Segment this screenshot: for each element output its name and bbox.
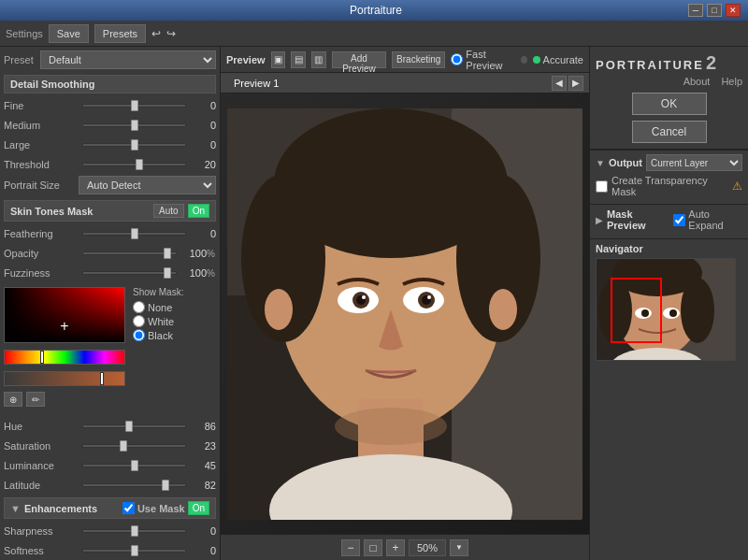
color-picker-area: + ⊕ ✏ Show Mask: <box>4 287 216 412</box>
preview-nav: ◀ ▶ <box>552 76 583 91</box>
preview-tab-1[interactable]: Preview 1 <box>226 78 286 89</box>
close-button[interactable]: ✕ <box>726 4 741 17</box>
enh-toggle[interactable]: ▼ <box>10 503 21 514</box>
eyedropper-icon[interactable]: ⊕ <box>4 392 22 407</box>
about-link[interactable]: About <box>683 76 711 87</box>
latitude-slider[interactable] <box>82 480 186 491</box>
color-gradient[interactable]: + <box>4 287 125 343</box>
save-button[interactable]: Save <box>49 24 89 43</box>
minimize-button[interactable]: ─ <box>688 4 703 17</box>
erase-icon[interactable]: ✏ <box>26 392 45 407</box>
mask-none-radio[interactable] <box>133 301 145 313</box>
help-link[interactable]: Help <box>721 76 742 87</box>
single-view-icon[interactable]: ▣ <box>271 51 286 68</box>
use-mask-checkbox[interactable] <box>122 502 135 514</box>
medium-slider[interactable] <box>82 120 186 131</box>
output-select[interactable]: Current Layer <box>646 154 742 171</box>
hue-value: 86 <box>190 421 216 432</box>
redo-icon[interactable]: ↪ <box>166 27 176 40</box>
top-toolbar: Settings Save Presets ↩ ↪ <box>0 21 748 47</box>
svg-point-19 <box>335 408 447 445</box>
mask-preview-toggle[interactable]: ▶ <box>596 215 603 225</box>
fuzziness-slider-row: Fuzziness 100 % <box>4 265 216 281</box>
mask-white-radio[interactable] <box>133 315 145 327</box>
sharpness-slider[interactable] <box>82 525 186 537</box>
auto-expand-label: Auto Expand <box>688 208 742 231</box>
latitude-value: 82 <box>190 480 216 491</box>
zoom-dropdown-button[interactable]: ▼ <box>450 539 468 556</box>
maximize-button[interactable]: □ <box>707 4 722 17</box>
threshold-slider[interactable] <box>82 159 186 170</box>
sharpness-value: 0 <box>190 525 216 537</box>
accurate-radio[interactable]: Accurate <box>533 54 583 65</box>
mask-none-option[interactable]: None <box>133 301 183 313</box>
svg-point-18 <box>489 289 517 330</box>
fine-value: 0 <box>190 100 216 111</box>
auto-expand-checkbox[interactable] <box>673 214 685 226</box>
large-slider[interactable] <box>82 139 186 151</box>
softness-value: 0 <box>190 545 216 556</box>
threshold-value: 20 <box>190 159 216 170</box>
fast-preview-radio[interactable]: Fast Preview <box>451 49 514 71</box>
bracketing-button[interactable]: Bracketing <box>392 51 445 68</box>
fast-preview-dot <box>521 56 527 64</box>
transparency-checkbox[interactable] <box>596 180 608 193</box>
preset-label: Preset <box>4 54 36 65</box>
zoom-input[interactable] <box>409 539 446 556</box>
zoom-in-button[interactable]: + <box>386 539 405 556</box>
fine-slider[interactable] <box>82 100 186 111</box>
window-controls: ─ □ ✕ <box>688 4 741 17</box>
logo-text: PORTRAITURE <box>596 58 704 72</box>
fuzziness-slider[interactable] <box>82 267 177 279</box>
navigator-thumbnail[interactable] <box>596 258 736 361</box>
mask-black-label: Black <box>148 330 173 341</box>
portrait-size-select[interactable]: Auto Detect <box>79 176 216 194</box>
enhancements-header: ▼ Enhancements Use Mask On <box>4 497 216 519</box>
presets-button[interactable]: Presets <box>94 24 146 43</box>
warning-icon: ⚠ <box>732 179 742 193</box>
ok-button[interactable]: OK <box>632 93 707 115</box>
luminance-slider[interactable] <box>82 460 186 471</box>
enh-on-button[interactable]: On <box>188 501 209 515</box>
preset-select[interactable]: Default <box>40 50 216 69</box>
threshold-label: Threshold <box>4 159 79 170</box>
opacity-value: 100 <box>180 248 207 259</box>
fine-label: Fine <box>4 100 79 111</box>
split-view-icon[interactable]: ▤ <box>291 51 306 68</box>
add-preview-button[interactable]: Add Preview <box>332 51 386 68</box>
hue-slider[interactable] <box>82 421 186 432</box>
medium-label: Medium <box>4 120 79 131</box>
mask-preview-header: ▶ Mask Preview Auto Expand <box>596 208 742 231</box>
preview-toolbar: Preview ▣ ▤ ▥ Add Preview Bracketing Fas… <box>221 47 589 73</box>
skin-on-button[interactable]: On <box>188 204 209 218</box>
settings-label: Settings <box>6 28 43 39</box>
softness-slider[interactable] <box>82 545 186 556</box>
output-toggle[interactable]: ▼ <box>596 158 605 168</box>
output-label: Output <box>609 157 642 168</box>
next-preview-button[interactable]: ▶ <box>568 76 583 91</box>
opacity-bar[interactable] <box>4 371 125 386</box>
navigator-label: Navigator <box>596 243 742 254</box>
portrait-size-label: Portrait Size <box>4 179 79 191</box>
use-mask-check[interactable]: Use Mask On <box>122 501 209 515</box>
undo-icon[interactable]: ↩ <box>151 27 161 40</box>
prev-preview-button[interactable]: ◀ <box>552 76 567 91</box>
saturation-slider[interactable] <box>82 440 186 452</box>
left-panel: Preset Default Detail Smoothing Fine 0 M… <box>0 47 221 560</box>
cancel-button[interactable]: Cancel <box>632 121 707 143</box>
preset-row: Preset Default <box>4 50 216 69</box>
feathering-slider[interactable] <box>82 228 186 239</box>
output-header: ▼ Output Current Layer <box>596 154 742 171</box>
mask-preview-section: ▶ Mask Preview Auto Expand <box>590 204 748 238</box>
opacity-slider[interactable] <box>82 248 177 259</box>
threshold-slider-row: Threshold 20 <box>4 156 216 173</box>
mask-black-radio[interactable] <box>133 329 145 341</box>
mask-white-option[interactable]: White <box>133 315 183 327</box>
zoom-fit-button[interactable]: □ <box>364 539 382 556</box>
hue-bar[interactable] <box>4 350 125 365</box>
medium-slider-row: Medium 0 <box>4 117 216 134</box>
dual-view-icon[interactable]: ▥ <box>311 51 326 68</box>
auto-button[interactable]: Auto <box>153 204 184 218</box>
zoom-out-button[interactable]: − <box>341 539 360 556</box>
mask-black-option[interactable]: Black <box>133 329 183 341</box>
